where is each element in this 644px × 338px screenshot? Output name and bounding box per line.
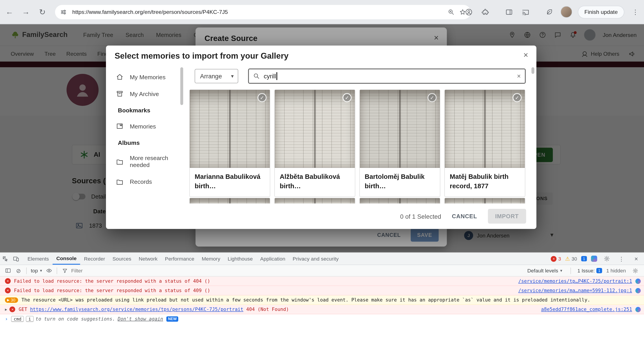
modal-cancel-button[interactable]: CANCEL xyxy=(452,213,477,219)
sidebar-item-more-research-needed[interactable]: More research needed xyxy=(106,150,185,173)
import-button-disabled[interactable]: IMPORT xyxy=(488,209,526,224)
clear-search-icon[interactable]: × xyxy=(517,72,521,80)
profile-badge-icon[interactable] xyxy=(464,6,474,17)
device-toolbar-icon[interactable] xyxy=(11,253,22,264)
devtools-settings-gear-icon[interactable] xyxy=(601,253,612,264)
memory-card[interactable]: ✓ Bartoloměj Babulik birth… xyxy=(360,89,440,197)
tab-console[interactable]: Console xyxy=(53,253,80,265)
pinned-extension-icon[interactable] xyxy=(544,6,555,17)
memory-card[interactable] xyxy=(189,198,270,203)
devtools-menu-kebab-icon[interactable]: ⋮ xyxy=(616,253,627,264)
sidebar-header-albums: Albums xyxy=(106,135,185,150)
levels-label: Default levels xyxy=(527,268,558,274)
chevron-down-icon: ▾ xyxy=(231,73,234,79)
source-link[interactable]: a8e5edd77f861ace_complete.js:251 xyxy=(533,307,632,312)
memory-card[interactable]: ✓ Matěj Babulik birth record, 1877 xyxy=(444,89,525,197)
url-text[interactable]: https://www.familysearch.org/en/tree/per… xyxy=(72,9,445,15)
console-error-row[interactable]: × Failed to load resource: the server re… xyxy=(0,277,644,286)
console-error-row[interactable]: × Failed to load resource: the server re… xyxy=(0,286,644,296)
side-panel-icon[interactable] xyxy=(504,6,515,17)
cast-icon[interactable] xyxy=(520,6,531,17)
chevron-down-icon: ▾ xyxy=(40,268,42,273)
screen: ← → ↻ https://www.familysearch.org/en/tr… xyxy=(0,0,644,338)
back-icon[interactable]: ← xyxy=(2,5,16,19)
zoom-icon[interactable] xyxy=(445,6,457,17)
expand-icon[interactable]: ▶ xyxy=(5,307,7,311)
warning-count[interactable]: ⚠ 30 xyxy=(565,256,577,262)
repeat-count: 30 xyxy=(11,298,15,302)
tab-privacy-security[interactable]: Privacy and security xyxy=(289,253,342,265)
modal-title: Select memories to import from your Gall… xyxy=(114,51,288,61)
repeat-count-badge[interactable]: ▶ 30 xyxy=(5,297,18,303)
gallery-search-input[interactable]: cyrill × xyxy=(248,68,526,84)
warning-icon: ⚠ xyxy=(565,256,570,262)
archive-icon xyxy=(116,90,124,98)
sidebar-item-records[interactable]: Records xyxy=(106,173,185,190)
issues-link[interactable]: 1 Issue: 1 xyxy=(578,268,602,274)
forward-icon[interactable]: → xyxy=(19,5,33,19)
ai-assist-icon[interactable] xyxy=(636,307,641,312)
tab-recorder[interactable]: Recorder xyxy=(80,253,109,265)
error-count[interactable]: × 3 xyxy=(551,256,561,262)
devtools-ai-icon[interactable] xyxy=(591,256,597,262)
browser-profile-avatar[interactable] xyxy=(561,6,572,17)
keycap-cmd: cmd xyxy=(11,316,24,322)
dont-show-again-link[interactable]: Don't show again xyxy=(118,316,163,322)
content-scrollbar[interactable] xyxy=(532,67,534,74)
sidebar-scrollbar[interactable] xyxy=(180,67,183,105)
request-url-link[interactable]: https://www.familysearch.org/service/mem… xyxy=(30,307,243,312)
select-check-icon[interactable]: ✓ xyxy=(258,93,266,102)
modal-footer: 0 of 1 Selected CANCEL IMPORT xyxy=(106,203,536,229)
request-method: GET xyxy=(18,307,27,312)
context-selector[interactable]: top ▾ xyxy=(29,268,44,274)
extensions-puzzle-icon[interactable] xyxy=(480,6,491,17)
live-expression-eye-icon[interactable] xyxy=(44,265,54,276)
finish-update-button[interactable]: Finish update xyxy=(578,5,624,18)
arrange-dropdown[interactable]: Arrange ▾ xyxy=(195,69,238,83)
memory-title: Bartoloměj Babulik birth… xyxy=(360,168,440,195)
tab-lighthouse[interactable]: Lighthouse xyxy=(224,253,256,265)
gallery-sidebar: My Memories My Archive Bookmarks Memorie… xyxy=(106,66,185,203)
modal-close-icon[interactable]: × xyxy=(524,50,528,60)
inspect-element-icon[interactable] xyxy=(0,253,11,264)
web-page: FamilySearch Family Tree Search Memories… xyxy=(0,24,644,252)
console-hint-row[interactable]: › cmd i to turn on code suggestions. Don… xyxy=(0,314,644,323)
select-check-icon[interactable]: ✓ xyxy=(342,93,352,102)
sidebar-item-memories[interactable]: Memories xyxy=(106,118,185,135)
issue-count[interactable]: 1 xyxy=(581,256,587,262)
console-filter-input[interactable] xyxy=(70,267,195,274)
console-error-row[interactable]: ▶ × GET https://www.familysearch.org/ser… xyxy=(0,305,644,314)
select-check-icon[interactable]: ✓ xyxy=(428,93,436,102)
memory-card[interactable]: ✓ Marianna Babuliková birth… xyxy=(189,89,270,197)
tab-elements[interactable]: Elements xyxy=(24,253,53,265)
source-link[interactable]: /service/memories/tp…P4KC-7J5/portrait:1 xyxy=(510,278,632,284)
ai-assist-icon[interactable] xyxy=(636,279,641,284)
console-warning-row[interactable]: ▶ 30 The resource <URL> was preloaded us… xyxy=(0,296,644,305)
reload-icon[interactable]: ↻ xyxy=(36,5,49,19)
log-levels-dropdown[interactable]: Default levels ▾ xyxy=(526,268,564,274)
memory-card[interactable] xyxy=(274,198,355,203)
tab-network[interactable]: Network xyxy=(135,253,161,265)
source-link[interactable]: /service/memories/ma…name=5991-112.jpg:1 xyxy=(510,288,632,294)
console-sidebar-icon[interactable] xyxy=(2,265,13,276)
clear-console-icon[interactable]: ⊘ xyxy=(13,265,24,276)
request-status: 404 (Not Found) xyxy=(246,307,289,312)
hidden-count[interactable]: 1 hidden xyxy=(606,268,626,274)
sidebar-item-my-archive[interactable]: My Archive xyxy=(106,85,185,102)
devtools-close-icon[interactable]: × xyxy=(631,253,642,264)
tab-sources[interactable]: Sources xyxy=(109,253,135,265)
home-icon xyxy=(116,73,124,81)
browser-menu-kebab-icon[interactable]: ⋮ xyxy=(630,6,641,17)
tab-application[interactable]: Application xyxy=(256,253,289,265)
site-info-icon[interactable] xyxy=(58,6,69,17)
memory-card[interactable] xyxy=(444,198,525,203)
tab-performance[interactable]: Performance xyxy=(161,253,198,265)
memory-card[interactable] xyxy=(360,198,440,203)
select-check-icon[interactable]: ✓ xyxy=(512,93,522,102)
console-settings-gear-icon[interactable] xyxy=(630,265,641,276)
memory-card[interactable]: ✓ Alžběta Babuliková birth… xyxy=(274,89,355,197)
ai-assist-icon[interactable] xyxy=(636,288,641,293)
sidebar-item-my-memories[interactable]: My Memories xyxy=(106,68,185,85)
tab-memory[interactable]: Memory xyxy=(198,253,224,265)
address-bar[interactable]: https://www.familysearch.org/en/tree/per… xyxy=(55,5,471,19)
